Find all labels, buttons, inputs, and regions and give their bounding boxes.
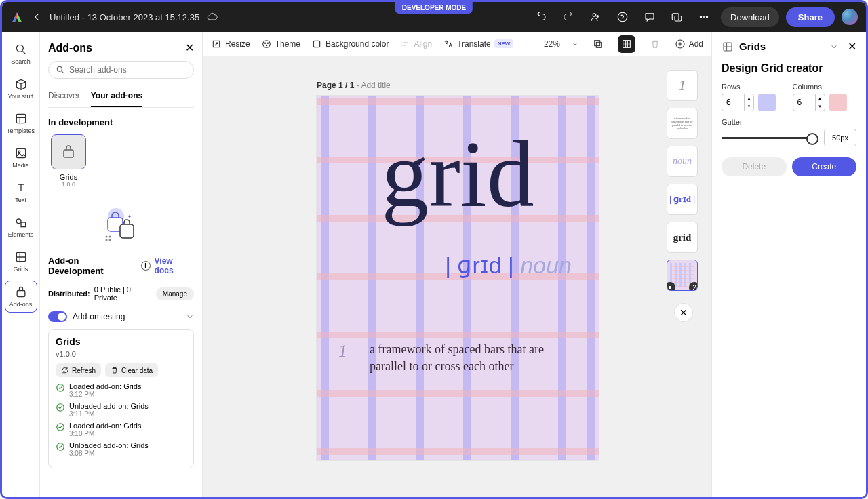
addons-title: Add-ons	[48, 42, 92, 54]
refresh-button[interactable]: Refresh	[56, 363, 101, 377]
chevron-down-icon[interactable]	[186, 313, 194, 321]
more-button[interactable]	[694, 7, 714, 27]
check-icon	[56, 403, 65, 412]
log-entry: Unloaded add-on: Grids3:08 PM	[56, 441, 186, 457]
rows-label: Rows	[722, 83, 786, 91]
share-button[interactable]: Share	[786, 7, 835, 27]
rail-item-text[interactable]: Text	[5, 177, 37, 207]
check-icon	[56, 422, 65, 432]
rail-item-addons[interactable]: Add-ons	[5, 281, 37, 313]
undo-button[interactable]	[531, 7, 551, 27]
new-badge: NEW	[494, 39, 514, 48]
thumb-3[interactable]: noun	[667, 146, 698, 177]
svg-point-10	[18, 151, 20, 153]
page-label[interactable]: Page 1 / 1 - Add title	[317, 81, 391, 90]
rows-color-swatch[interactable]	[758, 94, 776, 111]
svg-point-21	[108, 236, 111, 238]
layers-button[interactable]	[589, 35, 607, 53]
svg-point-22	[105, 239, 107, 241]
document-title[interactable]: Untitled - 13 October 2023 at 15.12.35	[50, 12, 199, 22]
addon-testing-toggle[interactable]	[48, 311, 67, 322]
rail-item-grids[interactable]: Grids	[5, 246, 37, 277]
zoom-menu[interactable]: 22%	[544, 39, 578, 49]
svg-point-27	[57, 443, 64, 451]
collapse-panel-button[interactable]	[830, 43, 838, 51]
artboard-title-text[interactable]: grid	[381, 136, 534, 212]
theme-button[interactable]: Theme	[261, 39, 300, 49]
download-button[interactable]: Download	[721, 7, 779, 27]
back-button[interactable]	[31, 11, 43, 23]
in-development-heading: In development	[48, 117, 194, 127]
developer-mode-badge: DEVELOPER MODE	[395, 2, 473, 14]
cols-label: Columns	[793, 83, 857, 91]
resize-button[interactable]: Resize	[211, 39, 250, 49]
close-thumbs-button[interactable]: ✕	[674, 303, 693, 322]
grids-icon	[722, 41, 734, 53]
svg-point-26	[57, 424, 64, 431]
create-grid-button[interactable]: Create	[792, 157, 857, 176]
clear-data-button[interactable]: Clear data	[105, 363, 158, 377]
close-panel-button[interactable]: ✕	[185, 41, 194, 54]
log-entry: Loaded add-on: Grids3:12 PM	[56, 382, 186, 398]
svg-point-24	[57, 384, 64, 392]
distributed-value: 0 Public | 0 Private	[94, 285, 152, 302]
close-grids-panel-button[interactable]: ✕	[848, 40, 856, 53]
canvas[interactable]: Page 1 / 1 - Add title grid | ɡrɪd | nou…	[203, 56, 711, 497]
svg-rect-36	[623, 40, 630, 47]
redo-button[interactable]	[558, 7, 578, 27]
rows-input[interactable]: 6▲▼	[722, 94, 754, 111]
tab-discover[interactable]: Discover	[48, 85, 80, 107]
thumb-5[interactable]: grid	[667, 222, 698, 253]
user-avatar[interactable]	[842, 9, 858, 25]
artboard-phonetic-text[interactable]: | ɡrɪd | noun	[445, 252, 572, 279]
collaborator-button[interactable]	[585, 7, 606, 27]
artboard[interactable]: grid | ɡrɪd | noun 1 a framework of spac…	[317, 96, 599, 460]
tab-your-addons[interactable]: Your add-ons	[91, 85, 142, 107]
svg-point-7	[16, 45, 23, 52]
svg-point-4	[700, 16, 701, 18]
gutter-label: Gutter	[722, 118, 856, 126]
addons-panel: Add-ons ✕ Discover Your add-ons In devel…	[40, 32, 203, 497]
search-addons[interactable]	[48, 61, 194, 79]
grid-panel-button[interactable]	[618, 35, 635, 53]
rail-item-elements[interactable]: Elements	[5, 212, 37, 242]
svg-rect-2	[672, 14, 679, 20]
info-icon[interactable]: i	[141, 261, 151, 271]
addon-development-heading: Add-on Development	[48, 256, 137, 276]
grids-subtitle: Design Grid creator	[722, 62, 856, 75]
cols-input[interactable]: 6▲▼	[793, 94, 825, 111]
svg-rect-33	[313, 41, 319, 47]
artboard-def-text[interactable]: a framework of spaced bars that are para…	[370, 341, 572, 375]
bag-icon	[60, 144, 77, 160]
canvas-toolbar: Resize Theme Background color Align Tran…	[203, 32, 711, 56]
development-illustration	[101, 204, 142, 245]
manage-button[interactable]: Manage	[156, 287, 194, 300]
thumb-6[interactable]	[667, 260, 698, 291]
view-docs-link[interactable]: View docs	[155, 256, 194, 275]
rail-item-templates[interactable]: Templates	[5, 108, 37, 138]
thumb-2[interactable]: a framework of spaced bars that are para…	[667, 108, 698, 139]
canvas-area: Resize Theme Background color Align Tran…	[203, 32, 711, 497]
refresh-icon	[61, 366, 69, 374]
thumb-1[interactable]: 1	[667, 70, 698, 101]
artboard-def-number[interactable]: 1	[338, 341, 347, 361]
rail-item-search[interactable]: Search	[5, 39, 37, 69]
rail-item-your-stuff[interactable]: Your stuff	[5, 73, 37, 104]
thumb-4[interactable]: | ɡrɪd |	[667, 184, 698, 215]
svg-rect-14	[17, 291, 25, 297]
rail-item-media[interactable]: Media	[5, 142, 37, 173]
gutter-slider[interactable]	[722, 137, 818, 139]
adobe-logo-icon	[10, 10, 24, 24]
addon-card-grids[interactable]: Grids 1.0.0	[48, 134, 89, 188]
cols-color-swatch[interactable]	[829, 94, 847, 111]
help-button[interactable]	[612, 7, 633, 27]
present-button[interactable]	[667, 7, 687, 27]
page-thumbnails: 1 a framework of spaced bars that are pa…	[667, 70, 701, 322]
bgcolor-button[interactable]: Background color	[311, 39, 389, 49]
gutter-value[interactable]: 50px	[824, 129, 856, 146]
translate-button[interactable]: TranslateNEW	[443, 39, 513, 49]
comment-button[interactable]	[639, 7, 660, 27]
search-input[interactable]	[69, 65, 186, 75]
add-button[interactable]: Add	[675, 39, 703, 49]
svg-point-5	[703, 16, 705, 18]
